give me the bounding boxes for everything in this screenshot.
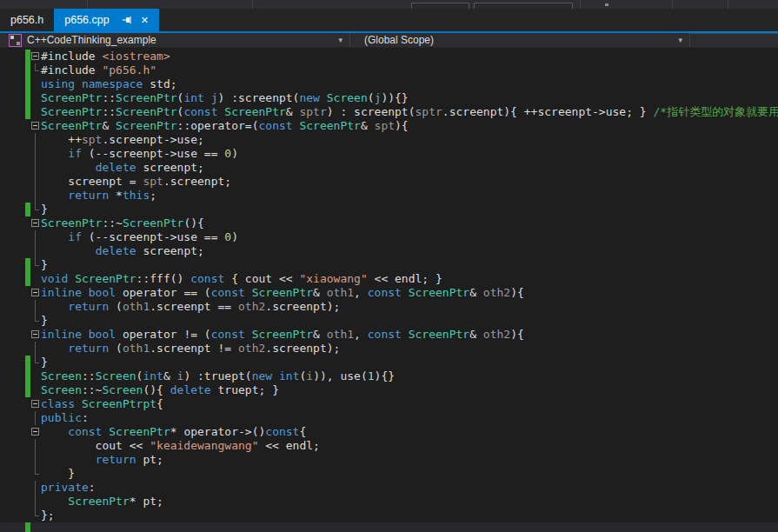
code-text[interactable]: return (oth1.screenpt == oth2.screenpt);	[41, 300, 340, 314]
code-token: operator != (	[116, 328, 211, 341]
breakpoint-margin[interactable]	[0, 119, 25, 133]
code-text[interactable]: ScreenPtr* pt;	[41, 495, 163, 509]
breakpoint-margin[interactable]	[0, 244, 25, 258]
fold-scope-end	[35, 314, 39, 322]
breakpoint-margin[interactable]	[0, 189, 25, 203]
breakpoint-margin[interactable]	[0, 133, 25, 147]
code-text[interactable]: delete screenpt;	[41, 244, 204, 258]
code-text[interactable]: class ScreenPtrpt{	[41, 397, 163, 411]
code-text[interactable]: screenpt = spt.screenpt;	[41, 175, 231, 189]
code-text[interactable]: };	[41, 509, 55, 522]
breakpoint-margin[interactable]	[0, 91, 25, 105]
breakpoint-margin[interactable]	[0, 175, 25, 189]
fold-column[interactable]	[30, 119, 41, 133]
code-text[interactable]: if (--screenpt->use == 0)	[41, 147, 238, 161]
code-text[interactable]: #include <iostream>	[41, 50, 170, 63]
fold-column[interactable]	[30, 50, 41, 63]
breakpoint-margin[interactable]	[0, 411, 25, 425]
breakpoint-margin[interactable]	[0, 342, 25, 356]
code-text[interactable]: return (oth1.screenpt != oth2.screenpt);	[41, 342, 340, 356]
breakpoint-margin[interactable]	[0, 453, 25, 467]
code-text[interactable]: cout << "keaidewangwang" << endl;	[41, 439, 320, 453]
fold-collapse-icon[interactable]	[31, 330, 39, 338]
code-text[interactable]: Screen::Screen(int& i) :truept(new int(i…	[41, 369, 395, 383]
fold-column[interactable]	[30, 425, 41, 439]
tab-p656-cpp[interactable]: p656.cpp ✕	[54, 9, 159, 31]
scope-dropdown[interactable]: (Global Scope) ▾	[349, 33, 689, 47]
breakpoint-margin[interactable]	[0, 369, 25, 383]
code-text[interactable]: Screen::~Screen(){ delete truept; }	[41, 383, 279, 397]
close-icon[interactable]: ✕	[141, 16, 149, 25]
breakpoint-margin[interactable]	[0, 495, 25, 509]
code-text[interactable]: }	[41, 356, 48, 369]
code-text[interactable]: }	[41, 314, 48, 328]
breakpoint-margin[interactable]	[0, 105, 25, 119]
fold-column[interactable]	[30, 216, 41, 230]
breakpoint-margin[interactable]	[0, 397, 25, 411]
code-text[interactable]: return pt;	[41, 453, 163, 467]
breakpoint-margin[interactable]	[0, 50, 25, 63]
code-text[interactable]: delete screenpt;	[41, 161, 204, 175]
fold-column[interactable]	[30, 328, 41, 342]
breakpoint-margin[interactable]	[0, 481, 25, 495]
breakpoint-margin[interactable]	[0, 286, 25, 300]
code-token: )){}	[381, 91, 408, 104]
breakpoint-margin[interactable]	[0, 203, 25, 216]
fold-column[interactable]	[30, 397, 41, 411]
breakpoint-margin[interactable]	[0, 77, 25, 91]
code-text[interactable]: ScreenPtr::~ScreenPtr(){	[41, 216, 204, 230]
breakpoint-margin[interactable]	[0, 425, 25, 439]
member-dropdown[interactable]	[689, 33, 778, 47]
breakpoint-margin[interactable]	[0, 258, 25, 272]
tab-p656-h[interactable]: p656.h	[0, 9, 54, 31]
code-text[interactable]: }	[41, 258, 48, 272]
fold-collapse-icon[interactable]	[31, 52, 39, 60]
code-text[interactable]: return *this;	[41, 189, 156, 203]
fold-collapse-icon[interactable]	[31, 400, 39, 408]
code-text[interactable]: ScreenPtr& ScreenPtr::operator=(const Sc…	[41, 119, 409, 133]
code-token: 0	[224, 147, 231, 160]
breakpoint-margin[interactable]	[0, 356, 25, 369]
code-token	[41, 300, 68, 313]
fold-collapse-icon[interactable]	[31, 428, 39, 436]
code-text[interactable]: inline bool operator == (const ScreenPtr…	[41, 286, 524, 300]
code-token: }	[41, 258, 48, 271]
code-text[interactable]: private:	[41, 481, 96, 495]
breakpoint-margin[interactable]	[0, 300, 25, 314]
fold-collapse-icon[interactable]	[31, 219, 39, 227]
code-text[interactable]: if (--screenpt->use == 0)	[41, 230, 238, 244]
fold-column[interactable]	[30, 286, 41, 300]
breakpoint-margin[interactable]	[0, 230, 25, 244]
pin-icon[interactable]	[122, 15, 132, 25]
breakpoint-margin[interactable]	[0, 328, 25, 342]
fold-collapse-icon[interactable]	[31, 122, 39, 130]
breakpoint-margin[interactable]	[0, 216, 25, 230]
breakpoint-margin[interactable]	[0, 272, 25, 286]
code-text[interactable]: public:	[41, 411, 89, 425]
code-text[interactable]: }	[41, 203, 48, 216]
breakpoint-margin[interactable]	[0, 467, 25, 481]
code-line: ScreenPtr& ScreenPtr::operator=(const Sc…	[0, 119, 778, 133]
project-dropdown[interactable]: C++CodeThinking_example ▾	[0, 33, 349, 47]
code-editor-surface[interactable]: #include <iostream>#include "p656.h"usin…	[0, 48, 778, 532]
code-token: ){	[510, 286, 524, 299]
code-text[interactable]: inline bool operator != (const ScreenPtr…	[41, 328, 524, 342]
code-text[interactable]: ScreenPtr::ScreenPtr(int j) :screenpt(ne…	[41, 91, 409, 105]
code-text[interactable]: using namespace std;	[41, 77, 177, 91]
breakpoint-margin[interactable]	[0, 314, 25, 328]
code-text[interactable]: ++spt.screenpt->use;	[41, 133, 204, 147]
code-token: namespace	[82, 77, 143, 90]
breakpoint-margin[interactable]	[0, 147, 25, 161]
breakpoint-margin[interactable]	[0, 439, 25, 453]
breakpoint-margin[interactable]	[0, 522, 25, 532]
code-text[interactable]: #include "p656.h"	[41, 63, 156, 77]
code-text[interactable]: ScreenPtr::ScreenPtr(const ScreenPtr& sp…	[41, 105, 778, 119]
code-text[interactable]: }	[41, 467, 75, 481]
breakpoint-margin[interactable]	[0, 509, 25, 522]
breakpoint-margin[interactable]	[0, 161, 25, 175]
code-text[interactable]: void ScreenPtr::fff() const { cout << "x…	[41, 272, 442, 286]
code-text[interactable]: const ScreenPtr* operator->()const{	[41, 425, 306, 439]
fold-collapse-icon[interactable]	[31, 289, 39, 296]
breakpoint-margin[interactable]	[0, 63, 25, 77]
breakpoint-margin[interactable]	[0, 383, 25, 397]
